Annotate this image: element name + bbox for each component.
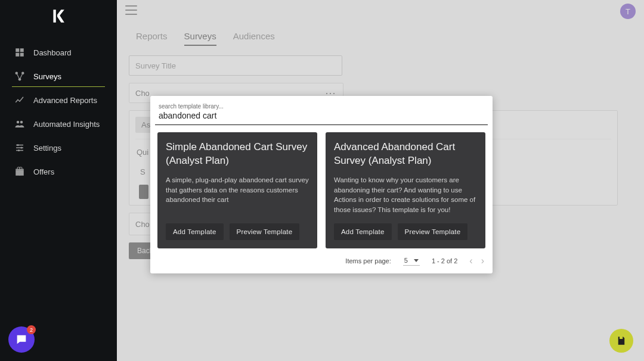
page-next[interactable]: ›	[481, 256, 484, 266]
chat-badge: 2	[27, 325, 36, 334]
search-label: search template library...	[159, 103, 484, 110]
app-logo	[50, 8, 66, 24]
sidebar-item-offers[interactable]: Offers	[0, 160, 117, 183]
template-card: Advanced Abandoned Cart Survey (Analyst …	[326, 132, 485, 248]
sidebar-item-label: Advanced Reports	[33, 96, 97, 105]
svg-point-0	[16, 72, 18, 75]
sidebar-item-dashboard[interactable]: Dashboard	[0, 41, 117, 64]
svg-point-5	[17, 144, 19, 146]
svg-point-7	[18, 150, 20, 151]
sidebar-item-automated-insights[interactable]: Automated Insights	[0, 112, 117, 136]
preview-template-button[interactable]: Preview Template	[398, 223, 468, 240]
page-prev[interactable]: ‹	[469, 256, 472, 266]
svg-point-4	[20, 121, 23, 124]
pager: Items per page: 5 1 - 2 of 2 ‹ ›	[155, 248, 488, 269]
sidebar-item-label: Dashboard	[33, 48, 72, 57]
chart-icon	[14, 95, 25, 105]
items-per-page-value: 5	[404, 257, 408, 264]
svg-point-1	[21, 72, 24, 75]
template-title: Advanced Abandoned Cart Survey (Analyst …	[334, 141, 477, 168]
page-range: 1 - 2 of 2	[432, 257, 457, 264]
preview-template-button[interactable]: Preview Template	[230, 223, 300, 240]
template-library-modal: search template library... Simple Abando…	[150, 96, 493, 273]
template-search-input[interactable]	[159, 110, 484, 120]
add-template-button[interactable]: Add Template	[166, 223, 224, 240]
template-title: Simple Abandoned Cart Survey (Analyst Pl…	[166, 141, 309, 168]
chevron-down-icon	[414, 259, 419, 262]
nodes-icon	[14, 71, 25, 82]
gift-icon	[14, 166, 25, 177]
template-desc: A simple, plug-and-play abandoned cart s…	[166, 175, 309, 205]
items-per-page-select[interactable]: 5	[403, 256, 420, 266]
svg-point-6	[21, 147, 23, 149]
group-icon	[14, 119, 25, 129]
sidebar-item-label: Automated Insights	[33, 120, 100, 129]
items-per-page-label: Items per page:	[345, 257, 391, 264]
chat-button[interactable]: 2	[8, 326, 35, 353]
template-search[interactable]: search template library...	[155, 101, 488, 125]
grid-icon	[14, 47, 25, 58]
sidebar-item-label: Settings	[33, 144, 61, 153]
sidebar-item-advanced-reports[interactable]: Advanced Reports	[0, 88, 117, 112]
template-card: Simple Abandoned Cart Survey (Analyst Pl…	[157, 132, 317, 248]
save-fab[interactable]	[609, 329, 633, 353]
sidebar-nav: Dashboard Surveys Advanced Reports Autom…	[0, 41, 117, 183]
sidebar: Dashboard Surveys Advanced Reports Autom…	[0, 0, 117, 361]
sidebar-item-settings[interactable]: Settings	[0, 136, 117, 160]
sidebar-item-surveys[interactable]: Surveys	[0, 64, 117, 88]
svg-point-2	[18, 78, 21, 81]
sidebar-item-label: Offers	[33, 167, 54, 176]
svg-point-3	[17, 121, 20, 124]
sidebar-item-label: Surveys	[33, 72, 61, 81]
template-desc: Wanting to know why your customers are a…	[334, 175, 477, 215]
sliders-icon	[14, 142, 25, 153]
add-template-button[interactable]: Add Template	[334, 223, 392, 240]
